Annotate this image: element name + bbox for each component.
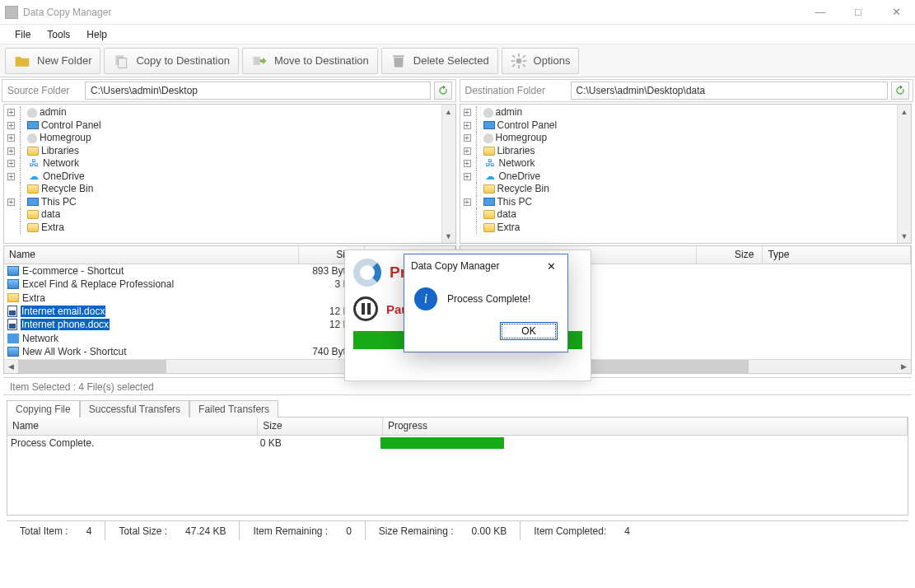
close-button[interactable]: ✕ bbox=[877, 0, 915, 25]
tree-node-label: data bbox=[497, 208, 516, 222]
copy-button[interactable]: Copy to Destination bbox=[104, 48, 238, 74]
ok-button[interactable]: OK bbox=[500, 322, 558, 340]
options-button[interactable]: Options bbox=[502, 48, 580, 74]
menu-help[interactable]: Help bbox=[78, 27, 115, 42]
doc-icon bbox=[7, 319, 17, 330]
file-name: Excel Find & Replace Professional bbox=[22, 278, 174, 290]
tree-node-homegroup[interactable]: +Homegroup bbox=[7, 132, 455, 145]
file-name: E-commerce - Shortcut bbox=[22, 265, 124, 277]
item-remaining-value: 0 bbox=[346, 525, 352, 537]
cloud-icon: ☁ bbox=[483, 170, 497, 182]
dest-path-input[interactable]: C:\Users\admin\Desktop\data bbox=[571, 82, 889, 100]
tree-node-controlPanel[interactable]: +Control Panel bbox=[464, 119, 912, 133]
expand-icon[interactable]: + bbox=[7, 147, 15, 155]
tree-node-onedrive[interactable]: +☁OneDrive bbox=[7, 170, 455, 184]
tree-node-controlPanel[interactable]: +Control Panel bbox=[7, 119, 455, 133]
expand-icon[interactable]: + bbox=[464, 147, 471, 155]
expand-icon[interactable]: + bbox=[7, 109, 15, 116]
expand-icon[interactable]: + bbox=[7, 160, 15, 167]
svg-rect-2 bbox=[253, 57, 259, 65]
tree-node-libraries[interactable]: +Libraries bbox=[7, 145, 455, 158]
folder-icon bbox=[483, 210, 495, 219]
tree-node-data[interactable]: data bbox=[7, 208, 455, 222]
expand-icon[interactable]: + bbox=[464, 173, 471, 180]
dialog-message: Process Complete! bbox=[447, 293, 530, 305]
source-path-cell: Source Folder C:\Users\admin\Desktop bbox=[2, 79, 456, 102]
minimize-button[interactable]: — bbox=[801, 0, 839, 25]
svg-rect-11 bbox=[522, 63, 525, 67]
tree-node-recycle[interactable]: Recycle Bin bbox=[464, 183, 912, 196]
maximize-button[interactable]: □ bbox=[839, 0, 877, 25]
tree-node-recycle[interactable]: Recycle Bin bbox=[7, 183, 455, 196]
menu-tools[interactable]: Tools bbox=[39, 27, 78, 42]
folder-icon bbox=[27, 147, 39, 156]
col-type[interactable]: Type bbox=[763, 246, 911, 264]
copy-label: Copy to Destination bbox=[136, 54, 229, 67]
expand-icon[interactable]: + bbox=[464, 198, 471, 206]
expand-icon[interactable]: + bbox=[7, 173, 15, 180]
tree-node-network[interactable]: +🖧Network bbox=[7, 157, 455, 170]
move-button[interactable]: Move to Destination bbox=[242, 48, 378, 74]
dialog-close-button[interactable]: ✕ bbox=[541, 258, 561, 274]
delete-button[interactable]: Delete Selected bbox=[381, 48, 498, 74]
message-dialog: Data Copy Manager ✕ i Process Complete! … bbox=[404, 254, 568, 352]
tab-successful[interactable]: Successful Transfers bbox=[80, 400, 189, 418]
tree-node-thisPC[interactable]: +This PC bbox=[7, 196, 455, 209]
expand-icon[interactable]: + bbox=[464, 134, 471, 142]
tree-node-thisPC[interactable]: +This PC bbox=[464, 196, 912, 209]
tree-node-admin[interactable]: +admin bbox=[464, 106, 912, 119]
dest-refresh-button[interactable] bbox=[891, 82, 909, 100]
delete-label: Delete Selected bbox=[413, 54, 489, 67]
svg-rect-7 bbox=[523, 60, 526, 62]
app-icon bbox=[5, 6, 18, 19]
tree-node-label: Recycle Bin bbox=[497, 183, 549, 196]
tree-node-label: Libraries bbox=[41, 145, 79, 158]
col-progress[interactable]: Progress bbox=[383, 418, 908, 435]
source-refresh-button[interactable] bbox=[434, 82, 452, 100]
transfer-panel: Name Size Progress Process Complete.0 KB bbox=[7, 417, 908, 516]
tree-node-label: OneDrive bbox=[499, 170, 541, 184]
expand-icon bbox=[7, 211, 15, 218]
menubar: File Tools Help bbox=[0, 25, 915, 44]
transfer-row[interactable]: Process Complete.0 KB bbox=[7, 436, 908, 450]
source-tree-scrollbar[interactable]: ▲▼ bbox=[441, 105, 455, 243]
total-item-value: 4 bbox=[86, 525, 92, 537]
source-path-input[interactable]: C:\Users\admin\Desktop bbox=[85, 82, 431, 100]
total-size-label: Total Size : bbox=[119, 525, 167, 537]
tree-node-data[interactable]: data bbox=[464, 208, 912, 222]
expand-icon[interactable]: + bbox=[464, 122, 471, 129]
tree-node-extra[interactable]: Extra bbox=[7, 222, 455, 235]
expand-icon[interactable]: + bbox=[7, 134, 15, 142]
expand-icon[interactable]: + bbox=[464, 160, 471, 167]
file-name: Extra bbox=[22, 292, 45, 304]
col-name[interactable]: Name bbox=[4, 246, 299, 264]
fold-icon bbox=[7, 293, 19, 302]
expand-icon[interactable]: + bbox=[7, 122, 15, 129]
col-size[interactable]: Size bbox=[258, 418, 383, 435]
new-folder-button[interactable]: New Folder bbox=[5, 48, 100, 74]
dest-tree[interactable]: +admin+Control Panel+Homegroup+Libraries… bbox=[460, 104, 913, 244]
menu-file[interactable]: File bbox=[7, 27, 39, 42]
short-icon bbox=[7, 347, 19, 357]
expand-icon bbox=[464, 224, 471, 231]
tab-failed[interactable]: Failed Transfers bbox=[189, 400, 278, 418]
col-size[interactable]: Size bbox=[697, 246, 763, 264]
dest-tree-scrollbar[interactable]: ▲▼ bbox=[897, 105, 911, 243]
tree-node-libraries[interactable]: +Libraries bbox=[464, 145, 912, 158]
tree-node-onedrive[interactable]: +☁OneDrive bbox=[464, 170, 912, 184]
monitor-icon bbox=[483, 121, 495, 129]
expand-icon[interactable]: + bbox=[7, 198, 15, 206]
user-icon bbox=[27, 108, 37, 118]
source-tree[interactable]: +admin+Control Panel+Homegroup+Libraries… bbox=[3, 104, 456, 244]
tree-node-network[interactable]: +🖧Network bbox=[464, 157, 912, 170]
tree-node-extra[interactable]: Extra bbox=[464, 222, 912, 235]
spinner-icon bbox=[353, 259, 381, 287]
expand-icon bbox=[464, 211, 471, 218]
pause-button[interactable] bbox=[353, 296, 378, 321]
tree-node-admin[interactable]: +admin bbox=[7, 106, 455, 119]
col-name[interactable]: Name bbox=[7, 418, 258, 435]
tab-copying[interactable]: Copying File bbox=[7, 400, 80, 418]
expand-icon bbox=[7, 224, 15, 231]
tree-node-homegroup[interactable]: +Homegroup bbox=[464, 132, 912, 145]
expand-icon[interactable]: + bbox=[464, 109, 471, 116]
